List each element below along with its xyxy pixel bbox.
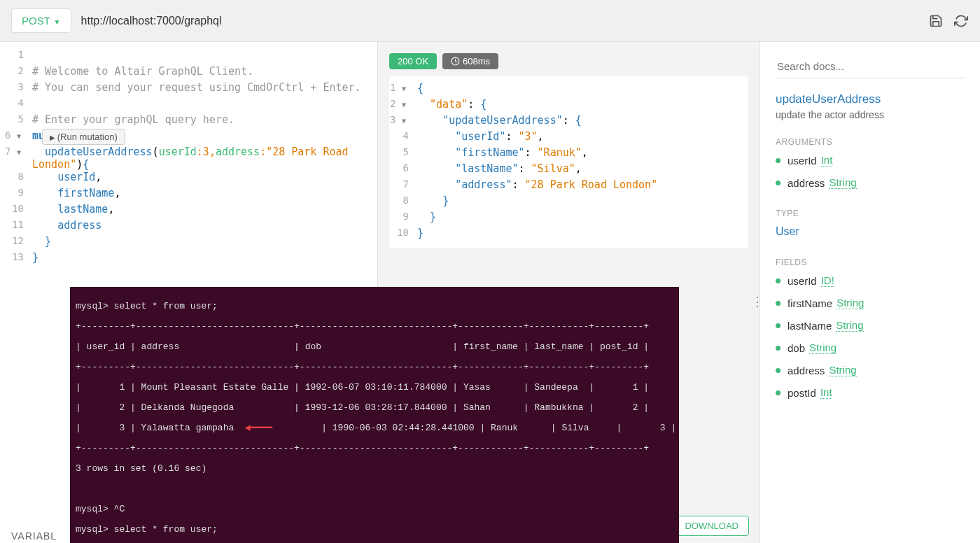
terminal-line: mysql> select * from user; <box>76 302 673 312</box>
status-badge: 200 OK <box>389 53 437 69</box>
argument-item: userId Int <box>776 154 965 167</box>
terminal-line: | user_id | address | dob | first_name |… <box>76 342 673 353</box>
operation-name: updateUserAddress <box>45 146 153 158</box>
comment: # Enter your graphQL query here. <box>32 113 377 126</box>
json-key: "address" <box>455 178 512 191</box>
bullet-icon <box>776 323 780 328</box>
line-number: 1 <box>0 49 32 60</box>
arg-value: 3 <box>203 146 209 158</box>
terminal-line: mysql> ^C <box>76 505 673 515</box>
type-link[interactable]: User <box>776 225 965 238</box>
field-name: lastName <box>788 320 832 332</box>
topbar: POST ▼ <box>0 0 980 42</box>
terminal-line: | 3 | Yalawatta gampaha ◀━━━━ | 1990-06-… <box>76 423 673 434</box>
json-key: "data" <box>430 98 468 111</box>
reload-icon[interactable] <box>953 13 969 29</box>
field-name: userId <box>788 275 817 287</box>
pane-resize-handle[interactable]: ⋮ <box>751 294 764 309</box>
bullet-icon <box>776 181 780 185</box>
docs-operation-title: updateUserAddress <box>776 92 965 106</box>
bullet-icon <box>776 390 780 395</box>
run-mutation-button[interactable]: (Run mutation) <box>42 129 125 145</box>
field-item: firstName String <box>776 297 965 309</box>
argument-item: address String <box>776 176 965 189</box>
arg-name: userId <box>159 146 197 158</box>
query-editor[interactable]: 1 2# Welcome to Altair GraphQL Client. 3… <box>0 42 377 274</box>
terminal-line: +---------+-----------------------------… <box>76 444 673 454</box>
arg-name: address <box>216 146 260 158</box>
field-item: dob String <box>776 341 965 354</box>
clock-icon <box>451 57 460 66</box>
topbar-actions <box>928 13 969 29</box>
field-type-link[interactable]: String <box>836 319 863 332</box>
save-icon[interactable] <box>928 13 944 29</box>
json-key: "updateUserAddress" <box>442 114 563 127</box>
line-number: 11 <box>0 219 32 230</box>
download-button[interactable]: DOWNLOAD <box>674 516 749 536</box>
field-name: dob <box>788 342 805 354</box>
bullet-icon <box>776 368 780 373</box>
docs-panel: updateUserAddress update the actor addre… <box>760 42 980 543</box>
arg-name: address <box>788 177 825 189</box>
field: address <box>57 219 102 232</box>
line-number: 13 <box>0 251 32 262</box>
line-number: 2 <box>0 65 32 76</box>
field-type-link[interactable]: ID! <box>821 274 834 287</box>
docs-search-input[interactable] <box>776 55 965 78</box>
caret-down-icon: ▼ <box>52 18 61 26</box>
field-name: address <box>788 365 825 376</box>
json-value: "Ranuk" <box>538 146 582 159</box>
line-number: 7 ▼ <box>0 146 32 157</box>
docs-description: update the actor address <box>776 109 965 120</box>
json-key: "firstName" <box>455 146 524 159</box>
line-number: 12 <box>0 235 32 246</box>
arg-type-link[interactable]: String <box>829 176 856 189</box>
field-type-link[interactable]: String <box>809 341 836 354</box>
arrow-annotation-icon: ◀━━━━ <box>245 423 272 433</box>
time-badge: 608ms <box>442 53 498 69</box>
field: lastName <box>57 203 108 216</box>
time-value: 608ms <box>463 56 490 66</box>
bullet-icon <box>776 158 780 163</box>
comment: # You can send your request using CmdOrC… <box>32 81 377 94</box>
arg-type-link[interactable]: Int <box>821 154 833 167</box>
line-number: 6 ▼ <box>0 129 32 141</box>
bullet-icon <box>776 301 780 306</box>
terminal-line: | 1 | Mount Pleasant Estate Galle | 1992… <box>76 383 673 393</box>
field-name: firstName <box>788 297 832 309</box>
field: userId <box>57 171 95 183</box>
field-name: postId <box>788 387 816 399</box>
field-type-link[interactable]: Int <box>820 386 832 399</box>
line-number: 5 <box>0 113 32 125</box>
arg-name: userId <box>788 155 817 167</box>
response-body[interactable]: 1 ▼{ 2 ▼ "data": { 3 ▼ "updateUserAddres… <box>389 76 748 248</box>
terminal-line: mysql> select * from user; <box>76 525 673 535</box>
field-type-link[interactable]: String <box>836 297 864 309</box>
line-number: 9 <box>0 187 32 198</box>
field-item: postId Int <box>776 386 965 399</box>
line-number: 8 <box>0 171 32 182</box>
field-type-link[interactable]: String <box>829 364 856 376</box>
bullet-icon <box>776 278 780 283</box>
field-item: userId ID! <box>776 274 965 287</box>
terminal-line: 3 rows in set (0.16 sec) <box>76 464 673 474</box>
field-item: lastName String <box>776 319 965 332</box>
field: firstName <box>57 187 114 199</box>
mysql-terminal: mysql> select * from user; +---------+--… <box>70 287 679 543</box>
field-item: address String <box>776 364 965 376</box>
line-number: 10 <box>0 203 32 214</box>
comment: # Welcome to Altair GraphQL Client. <box>32 65 377 78</box>
variables-tab[interactable]: VARIABL <box>11 530 57 542</box>
json-value: "3" <box>519 130 538 143</box>
terminal-line <box>76 484 673 495</box>
http-method-dropdown[interactable]: POST ▼ <box>11 8 71 33</box>
terminal-line: | 2 | Delkanda Nugegoda | 1993-12-06 03:… <box>76 403 673 414</box>
http-method-label: POST <box>22 15 50 27</box>
json-key: "userId" <box>455 130 505 143</box>
url-input[interactable] <box>78 9 914 33</box>
bullet-icon <box>776 346 780 351</box>
json-value: "28 Park Road London" <box>525 178 658 191</box>
line-number: 4 <box>0 97 32 108</box>
json-value: "Silva" <box>531 162 575 175</box>
status-row: 200 OK 608ms <box>389 53 748 69</box>
